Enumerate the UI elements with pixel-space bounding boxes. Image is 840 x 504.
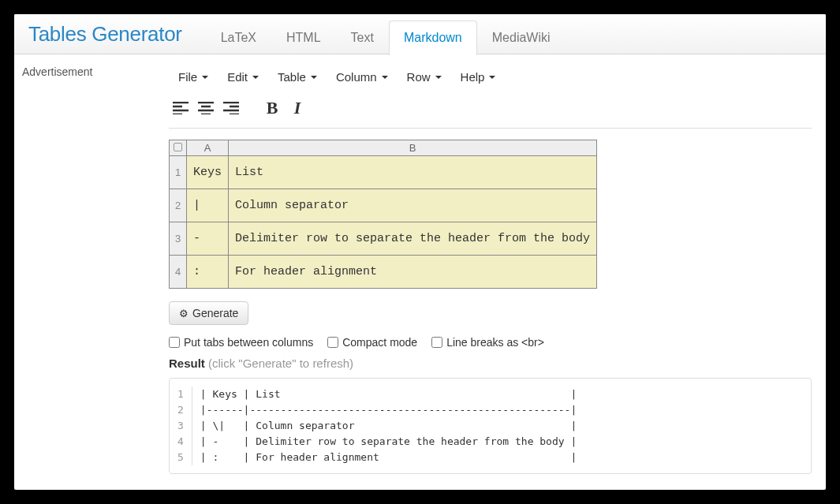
align-center-icon[interactable] — [197, 99, 215, 117]
align-right-icon[interactable] — [222, 99, 240, 117]
menubar: File Edit Table Column Row Help — [169, 61, 826, 96]
cell[interactable]: - — [187, 222, 229, 256]
format-tabs: LaTeX HTML Text Markdown MediaWiki — [206, 14, 566, 54]
cell[interactable]: List — [229, 156, 597, 189]
cell[interactable]: Delimiter row to separate the header fro… — [229, 222, 597, 256]
menu-row[interactable]: Row — [398, 64, 451, 90]
italic-icon[interactable]: I — [289, 99, 306, 117]
tab-latex[interactable]: LaTeX — [206, 21, 271, 55]
bold-icon[interactable]: B — [263, 99, 281, 117]
generate-button[interactable]: ⚙ Generate — [169, 301, 248, 325]
row-header[interactable]: 1 — [170, 156, 187, 189]
row-header[interactable]: 2 — [170, 189, 187, 222]
caret-icon — [252, 76, 259, 79]
row-header[interactable]: 3 — [170, 222, 187, 256]
code-content[interactable]: | Keys | List | |------|----------------… — [192, 386, 584, 465]
caret-icon — [202, 76, 208, 79]
option-compact[interactable]: Compact mode — [327, 336, 417, 349]
caret-icon — [435, 76, 442, 79]
cell[interactable]: : — [187, 256, 229, 289]
cell[interactable]: | — [187, 189, 229, 222]
select-all-corner[interactable] — [170, 140, 187, 156]
column-header-a[interactable]: A — [187, 140, 229, 156]
menu-help[interactable]: Help — [451, 64, 506, 90]
sidebar-ad-label: Advertisement — [14, 54, 166, 474]
gear-icon: ⚙ — [179, 308, 189, 319]
divider — [169, 128, 812, 129]
align-left-icon[interactable] — [172, 99, 189, 117]
editor-grid[interactable]: A B 1 Keys List 2 | Column separator 3 -… — [169, 140, 597, 289]
menu-table[interactable]: Table — [268, 64, 327, 90]
cell[interactable]: Keys — [187, 156, 229, 189]
brand-title: Tables Generator — [28, 22, 182, 47]
tab-text[interactable]: Text — [336, 21, 389, 55]
cell[interactable]: For header alignment — [229, 256, 597, 289]
menu-file[interactable]: File — [169, 64, 218, 90]
caret-icon — [489, 76, 495, 79]
tab-mediawiki[interactable]: MediaWiki — [477, 21, 566, 55]
checkbox-compact[interactable] — [327, 337, 338, 348]
checkbox-tabs[interactable] — [169, 337, 180, 348]
caret-icon — [382, 76, 388, 79]
tab-markdown[interactable]: Markdown — [389, 21, 477, 55]
option-breaks[interactable]: Line breaks as <br> — [431, 336, 544, 349]
options-row: Put tabs between columns Compact mode Li… — [169, 336, 826, 349]
result-heading: Result (click "Generate" to refresh) — [169, 357, 826, 370]
tab-html[interactable]: HTML — [271, 21, 336, 55]
cell[interactable]: Column separator — [229, 189, 597, 222]
toolbar: B I — [169, 96, 826, 128]
output-code[interactable]: 12345 | Keys | List | |------|----------… — [169, 378, 812, 474]
column-header-b[interactable]: B — [229, 140, 597, 156]
row-header[interactable]: 4 — [170, 256, 187, 289]
checkbox-breaks[interactable] — [431, 337, 442, 348]
line-gutter: 12345 — [170, 386, 192, 465]
menu-column[interactable]: Column — [327, 64, 398, 90]
navbar: Tables Generator LaTeX HTML Text Markdow… — [14, 14, 826, 54]
option-tabs[interactable]: Put tabs between columns — [169, 336, 313, 349]
caret-icon — [311, 76, 317, 79]
menu-edit[interactable]: Edit — [218, 64, 268, 90]
brand-logo[interactable]: Tables Generator — [17, 22, 189, 47]
